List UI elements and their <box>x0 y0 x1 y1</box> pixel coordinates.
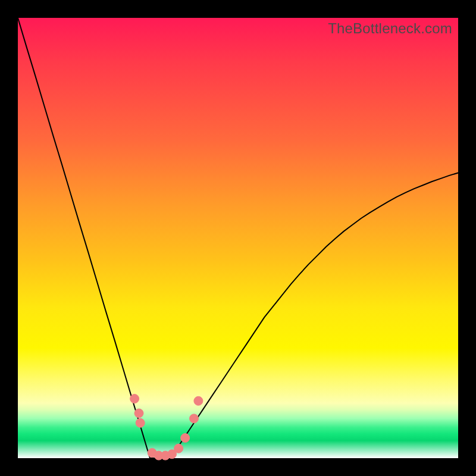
data-marker <box>190 414 199 423</box>
data-marker <box>134 409 143 418</box>
curve-right <box>159 173 458 459</box>
data-marker <box>130 394 139 403</box>
data-marker <box>194 396 203 405</box>
marker-group <box>130 394 203 461</box>
plot-area: TheBottleneck.com <box>18 18 458 458</box>
curve-left <box>18 18 159 458</box>
curve-layer <box>18 18 458 458</box>
data-marker <box>181 434 190 443</box>
chart-frame: TheBottleneck.com <box>0 0 476 476</box>
data-marker <box>174 444 183 453</box>
data-marker <box>136 418 145 427</box>
